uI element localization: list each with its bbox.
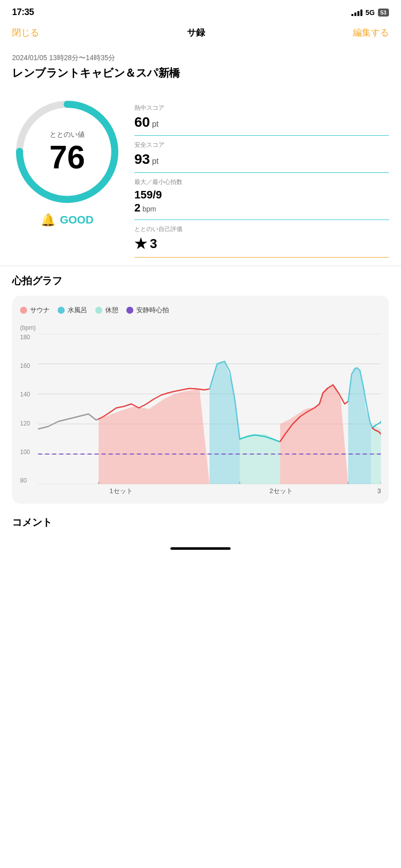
legend-label-mizu: 水風呂: [68, 306, 87, 315]
graph-canvas: [38, 334, 381, 484]
score-value-heat: 60pt: [134, 114, 389, 130]
x-tick-1: 1セット: [109, 487, 132, 495]
graph-legend: サウナ 水風呂 休憩 安静時心拍: [20, 306, 381, 315]
graph-card: サウナ 水風呂 休憩 安静時心拍 (bpm) 180 160: [12, 296, 389, 504]
star-icon: ★: [134, 236, 147, 252]
x-tick-3: 3: [377, 487, 381, 495]
svg-marker-9: [210, 361, 240, 484]
legend-label-sauna: サウナ: [30, 306, 50, 315]
score-value-heartrate: 159/9: [134, 188, 389, 201]
graph-x-axis: 1セット 2セット 3: [20, 486, 381, 496]
comment-title: コメント: [12, 516, 389, 529]
edit-button[interactable]: 編集する: [353, 27, 389, 39]
score-details: 熱中スコア 60pt 安全スコア 93pt 最大／最小心拍数 159/9 2bp…: [134, 97, 389, 258]
network-type: 5G: [365, 9, 375, 17]
good-text: GOOD: [60, 213, 93, 227]
bottom-bar: [0, 537, 401, 555]
legend-label-rest: 休憩: [105, 306, 118, 315]
score-value-heartrate2: 2bpm: [134, 201, 389, 214]
x-tick-2: 2セット: [269, 487, 292, 495]
circle-gauge-container: ととのい値 76 🔔 GOOD: [12, 97, 122, 227]
graph-title: 心拍グラフ: [12, 274, 389, 288]
circle-gauge: ととのい値 76: [12, 97, 122, 207]
legend-dot-resting: [126, 307, 133, 314]
score-label-heat: 熱中スコア: [134, 104, 389, 112]
y-tick-120: 120: [20, 420, 35, 427]
y-tick-80: 80: [20, 477, 35, 484]
score-item-heat: 熱中スコア 60pt: [134, 99, 389, 136]
y-tick-140: 140: [20, 391, 35, 398]
battery-indicator: 53: [378, 9, 389, 17]
score-section: ととのい値 76 🔔 GOOD 熱中スコア 60pt 安全スコア 93pt 最大…: [0, 85, 401, 266]
status-time: 17:35: [12, 7, 34, 18]
header-info: 2024/01/05 13時28分〜14時35分 レンブラントキャビン＆スパ新橋: [0, 46, 401, 85]
good-badge: 🔔 GOOD: [41, 213, 93, 227]
status-bar: 17:35 5G 53: [0, 0, 401, 22]
y-tick-100: 100: [20, 449, 35, 456]
circle-value: 76: [49, 141, 85, 173]
legend-resting-hr: 安静時心拍: [126, 306, 169, 315]
circle-center: ととのい値 76: [49, 130, 85, 173]
score-label-heartrate: 最大／最小心拍数: [134, 178, 389, 186]
legend-dot-rest: [95, 307, 102, 314]
legend-sauna: サウナ: [20, 306, 50, 315]
venue-name: レンブラントキャビン＆スパ新橋: [12, 66, 389, 81]
svg-marker-8: [99, 389, 210, 484]
score-label-safety: 安全スコア: [134, 141, 389, 149]
home-indicator[interactable]: [170, 547, 231, 550]
y-tick-180: 180: [20, 334, 35, 341]
signal-icon: [351, 9, 362, 16]
close-button[interactable]: 閉じる: [12, 27, 39, 39]
session-date: 2024/01/05 13時28分〜14時35分: [12, 54, 389, 63]
bell-icon: 🔔: [41, 213, 56, 227]
legend-label-resting-hr: 安静時心拍: [136, 306, 169, 315]
score-label-self: ととのい自己評価: [134, 225, 389, 234]
legend-rest: 休憩: [95, 306, 118, 315]
graph-y-label: (bpm): [20, 324, 36, 331]
circle-label: ととのい値: [49, 130, 85, 139]
star-rating: ★ 3: [134, 236, 389, 252]
nav-bar: 閉じる サ録 編集する: [0, 22, 401, 46]
score-item-self: ととのい自己評価 ★ 3: [134, 220, 389, 258]
svg-marker-12: [348, 366, 371, 484]
graph-section: 心拍グラフ サウナ 水風呂 休憩 安静時心拍 (bpm): [0, 266, 401, 504]
svg-marker-11: [280, 384, 348, 484]
svg-marker-10: [240, 434, 280, 484]
y-tick-160: 160: [20, 362, 35, 369]
star-value: 3: [150, 236, 157, 252]
nav-title: サ録: [187, 27, 205, 39]
legend-dot-mizu: [58, 307, 65, 314]
legend-dot-sauna: [20, 307, 27, 314]
legend-mizu: 水風呂: [58, 306, 87, 315]
status-icons: 5G 53: [351, 9, 389, 17]
score-value-safety: 93pt: [134, 151, 389, 167]
comment-section: コメント: [0, 504, 401, 529]
score-item-heartrate: 最大／最小心拍数 159/9 2bpm: [134, 173, 389, 220]
score-item-safety: 安全スコア 93pt: [134, 136, 389, 173]
